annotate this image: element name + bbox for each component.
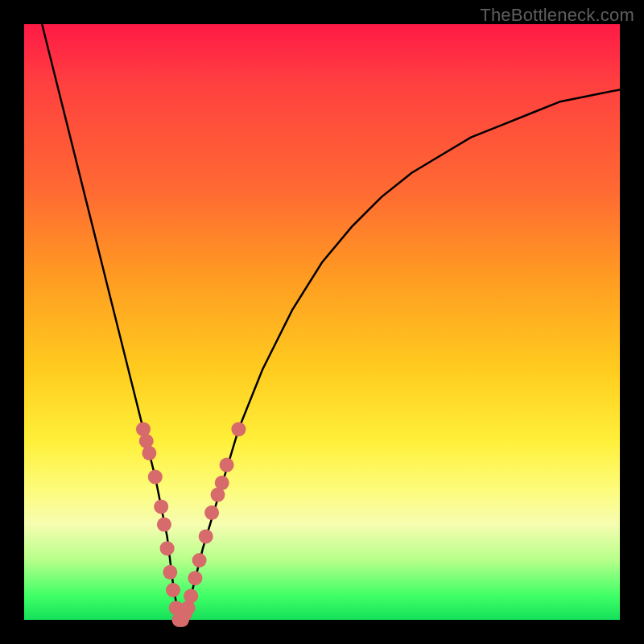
data-marker — [157, 518, 171, 532]
data-marker — [163, 565, 177, 580]
data-marker — [160, 541, 175, 555]
data-marker — [220, 458, 234, 473]
data-marker — [231, 422, 246, 436]
data-marker — [192, 553, 207, 568]
data-marker — [184, 588, 198, 603]
data-marker — [199, 529, 213, 543]
data-marker — [204, 506, 219, 520]
data-marker — [154, 499, 168, 514]
data-marker — [148, 469, 163, 484]
chart-frame: TheBottleneck.com — [0, 0, 644, 644]
bottleneck-curve — [42, 24, 620, 620]
curve-layer — [24, 24, 620, 620]
data-marker — [166, 583, 180, 597]
data-marker — [215, 476, 229, 490]
plot-area — [24, 24, 620, 620]
watermark-text: TheBottleneck.com — [480, 5, 634, 26]
data-marker — [142, 446, 156, 460]
data-marker — [188, 571, 202, 585]
